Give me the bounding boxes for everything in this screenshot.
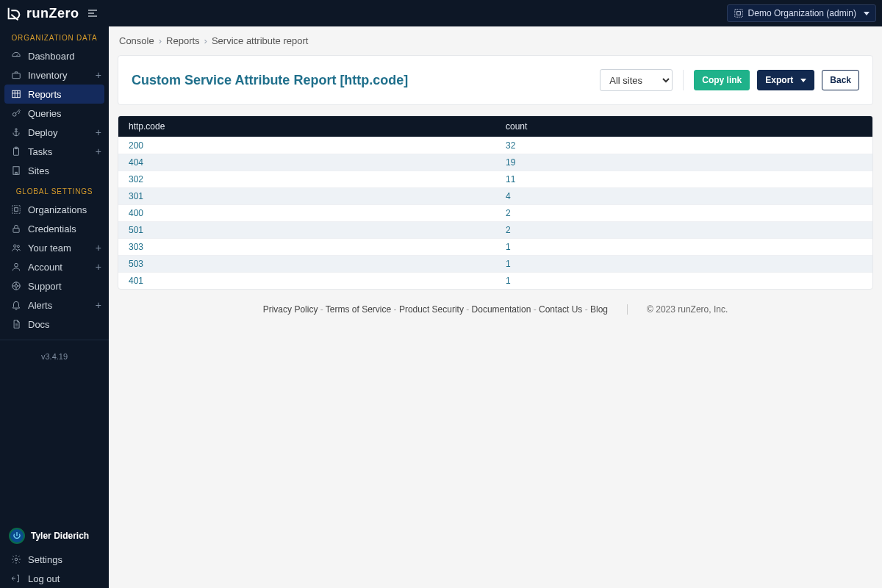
sidebar-item-deploy[interactable]: Deploy+ [0, 123, 109, 142]
logo[interactable]: runZero [6, 5, 79, 21]
sidebar-footer: Tyler Diderich Settings Log out [0, 522, 109, 588]
copyright: © 2023 runZero, Inc. [647, 304, 728, 315]
logo-mark-icon [6, 5, 22, 21]
sidebar-item-organizations[interactable]: Organizations [0, 200, 109, 219]
cell-count-link[interactable]: 32 [506, 140, 515, 151]
sidebar-item-queries[interactable]: Queries [0, 104, 109, 123]
org-switcher[interactable]: Demo Organization (admin) [727, 4, 876, 22]
cell-code-link[interactable]: 200 [129, 140, 143, 151]
site-select[interactable]: All sites [600, 69, 673, 91]
logout-icon [10, 573, 22, 584]
report-header-panel: Custom Service Attribute Report [http.co… [118, 55, 873, 105]
plus-icon[interactable]: + [96, 146, 101, 157]
svg-point-36 [15, 558, 18, 561]
cell-count-link[interactable]: 1 [506, 259, 511, 269]
sidebar-item-label: Organizations [28, 204, 87, 215]
support-icon [10, 280, 22, 292]
cell-count-link[interactable]: 19 [506, 157, 515, 168]
column-header-code[interactable]: http.code [118, 116, 495, 137]
user-name: Tyler Diderich [31, 531, 89, 541]
plus-icon[interactable]: + [96, 299, 101, 311]
back-button[interactable]: Back [822, 70, 859, 90]
table-header-row: http.code count [118, 116, 872, 137]
footer-link-documentation[interactable]: Documentation [472, 304, 531, 315]
cell-code-link[interactable]: 503 [129, 259, 143, 269]
sidebar-item-logout[interactable]: Log out [0, 569, 109, 588]
cell-code-link[interactable]: 400 [129, 208, 143, 218]
sidebar-item-tasks[interactable]: Tasks+ [0, 142, 109, 161]
logo-text: runZero [26, 6, 79, 21]
table-icon [10, 88, 22, 100]
svg-rect-3 [734, 10, 742, 18]
breadcrumb-console[interactable]: Console [119, 35, 154, 46]
plus-icon[interactable]: + [96, 69, 101, 81]
cell-code-link[interactable]: 303 [129, 242, 143, 252]
cell-code-link[interactable]: 302 [129, 174, 143, 184]
sidebar-item-label: Credentials [28, 223, 76, 234]
cell-code-link[interactable]: 401 [129, 276, 143, 286]
org-switcher-icon [734, 8, 744, 18]
separator: - [318, 304, 325, 315]
sidebar-item-sites[interactable]: Sites [0, 161, 109, 180]
footer-link-contact-us[interactable]: Contact Us [539, 304, 582, 315]
sidebar-item-alerts[interactable]: Alerts+ [0, 295, 109, 315]
sidebar-item-label: Settings [28, 554, 62, 565]
table-row: 4002 [118, 205, 872, 222]
breadcrumb-reports[interactable]: Reports [166, 35, 200, 46]
footer-link-product-security[interactable]: Product Security [399, 304, 464, 315]
cell-count-link[interactable]: 1 [506, 276, 511, 286]
sidebar-item-reports[interactable]: Reports [4, 85, 104, 104]
cell-count-link[interactable]: 4 [506, 191, 511, 201]
table-row: 5012 [118, 222, 872, 239]
breadcrumb-current: Service attribute report [212, 35, 309, 46]
sidebar-user[interactable]: Tyler Diderich [0, 522, 109, 550]
footer-link-privacy-policy[interactable]: Privacy Policy [263, 304, 318, 315]
sidebar-item-support[interactable]: Support [0, 276, 109, 295]
sidebar-item-docs[interactable]: Docs [0, 315, 109, 334]
sidebar-item-inventory[interactable]: Inventory+ [0, 65, 109, 85]
svg-point-26 [17, 245, 19, 248]
plus-icon[interactable]: + [96, 242, 101, 254]
cell-code-link[interactable]: 501 [129, 225, 143, 235]
cell-code-link[interactable]: 301 [129, 191, 143, 201]
org-icon [10, 204, 22, 215]
svg-rect-23 [15, 208, 18, 212]
sidebar-item-settings[interactable]: Settings [0, 550, 109, 569]
svg-point-29 [15, 284, 18, 287]
panel-actions: All sites Copy link Export Back [600, 69, 859, 91]
sidebar-section-global-title: GLOBAL SETTINGS [0, 180, 109, 200]
sidebar-item-your-team[interactable]: Your team+ [0, 238, 109, 257]
cell-count-link[interactable]: 2 [506, 225, 511, 235]
cell-count-link[interactable]: 11 [506, 174, 515, 184]
copy-link-button[interactable]: Copy link [694, 70, 750, 90]
cell-count-link[interactable]: 2 [506, 208, 511, 218]
cell-code-link[interactable]: 404 [129, 157, 143, 168]
plus-icon[interactable]: + [96, 126, 101, 138]
anchor-icon [10, 126, 22, 138]
column-header-count[interactable]: count [495, 116, 872, 137]
sidebar-item-account[interactable]: Account+ [0, 257, 109, 276]
sidebar-item-credentials[interactable]: Credentials [0, 219, 109, 238]
org-switcher-label: Demo Organization (admin) [748, 8, 856, 18]
avatar [9, 528, 25, 544]
footer-link-terms-of-service[interactable]: Terms of Service [326, 304, 391, 315]
sidebar-footer-list: Settings Log out [0, 550, 109, 588]
footer-link-blog[interactable]: Blog [590, 304, 608, 315]
menu-toggle-button[interactable] [87, 7, 98, 19]
sidebar-item-label: Queries [28, 108, 62, 119]
export-button[interactable]: Export [757, 70, 814, 90]
sidebar-item-dashboard[interactable]: Dashboard [0, 46, 109, 65]
menu-icon [87, 7, 98, 19]
chevron-right-icon: › [159, 35, 162, 46]
vertical-divider [627, 304, 628, 315]
plus-icon[interactable]: + [96, 261, 101, 273]
table-row: 3031 [118, 239, 872, 256]
cell-count-link[interactable]: 1 [506, 242, 511, 252]
svg-rect-5 [12, 74, 21, 79]
sidebar-divider [0, 340, 109, 340]
gauge-icon [10, 50, 22, 62]
svg-point-25 [14, 245, 17, 248]
table-row: 40419 [118, 154, 872, 171]
svg-rect-22 [12, 206, 21, 214]
separator: - [391, 304, 399, 315]
